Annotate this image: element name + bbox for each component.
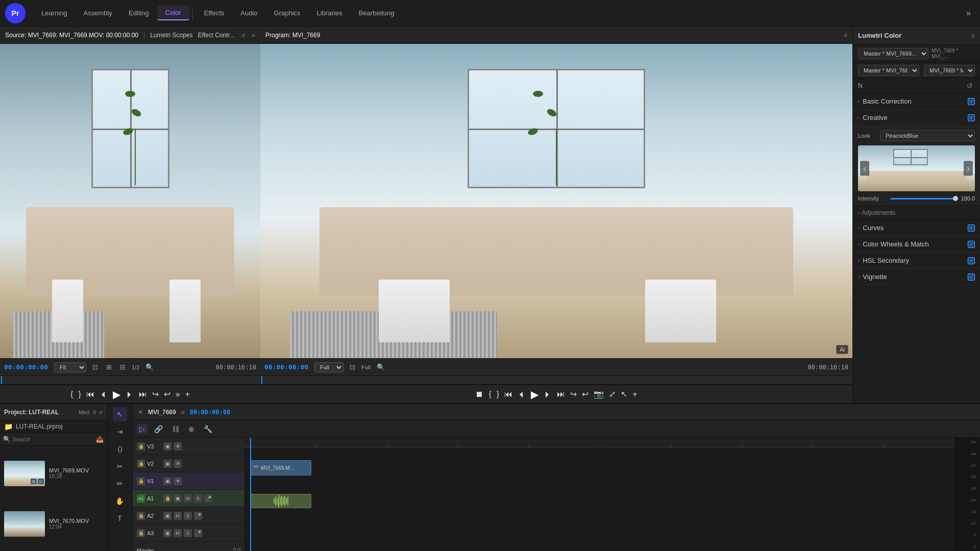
source-play-button[interactable]: ▶: [113, 388, 120, 400]
a1-lock-icon[interactable]: 🔒: [163, 494, 172, 503]
type-tool[interactable]: T: [113, 511, 127, 525]
project-prproj-item[interactable]: 📁 LUT-REAL.prproj: [0, 420, 107, 433]
look-dropdown[interactable]: PeacockBlue: [880, 130, 975, 141]
vignette-checkbox[interactable]: [968, 273, 975, 281]
source-playhead[interactable]: [1, 376, 2, 384]
creative-checkbox[interactable]: [968, 114, 975, 121]
source-go-to-in-button[interactable]: ⏮: [86, 390, 94, 399]
timeline-menu-icon[interactable]: ≡: [181, 409, 185, 416]
color-wheels-section[interactable]: › Color Wheels & Match: [853, 236, 980, 253]
basic-correction-checkbox[interactable]: [968, 98, 975, 105]
program-overwrite-button[interactable]: ↩: [582, 389, 589, 399]
timeline-link-button[interactable]: ⛓: [169, 424, 182, 434]
source-mark-in-button[interactable]: {: [70, 390, 73, 399]
program-timeline-strip[interactable]: [260, 375, 852, 385]
color-wheels-checkbox[interactable]: [968, 241, 975, 248]
timeline-close-icon[interactable]: ✕: [138, 409, 143, 416]
nav-item-audio[interactable]: Audio: [232, 6, 265, 20]
a2-solo-icon[interactable]: S: [184, 512, 192, 520]
nav-item-editing[interactable]: Editing: [120, 6, 157, 20]
source-panel-menu-icon[interactable]: ≡: [241, 32, 245, 39]
program-mark-out-button[interactable]: }: [497, 390, 499, 399]
track-select-tool[interactable]: ⇥: [113, 424, 127, 439]
source-zoom-icon[interactable]: 🔍: [143, 362, 156, 372]
v3-patch-icon[interactable]: ▣: [163, 442, 172, 450]
fx-reset-button[interactable]: ↺: [965, 81, 975, 91]
program-playhead[interactable]: [261, 376, 262, 384]
source-grid-icon[interactable]: ⊞: [104, 362, 114, 372]
creative-preview-next-button[interactable]: ›: [964, 161, 973, 176]
ripple-edit-tool[interactable]: ⟨⟩: [113, 442, 127, 456]
a2-mic-icon[interactable]: 🎤: [194, 512, 202, 520]
v2-lock-icon[interactable]: 🔒: [137, 460, 145, 468]
curves-checkbox[interactable]: [968, 224, 975, 232]
program-add-button[interactable]: +: [632, 390, 637, 399]
program-step-fwd-button[interactable]: ⏵: [544, 390, 552, 399]
pen-tool[interactable]: ✏: [113, 477, 127, 491]
a3-mic-icon[interactable]: 🎤: [194, 529, 202, 537]
v2-eye-icon[interactable]: 👁: [174, 460, 182, 468]
program-insert-button[interactable]: ↪: [570, 389, 577, 399]
nav-item-assembly[interactable]: Assembly: [76, 6, 120, 20]
source-add-marker-button[interactable]: +: [185, 390, 190, 399]
intensity-slider-thumb[interactable]: [953, 196, 958, 201]
program-resize-icon[interactable]: ⤢: [609, 389, 616, 399]
hand-tool[interactable]: ✋: [113, 494, 127, 508]
program-timecode[interactable]: 00:00:00:00: [264, 363, 310, 371]
nav-item-graphics[interactable]: Graphics: [266, 6, 309, 20]
timeline-razor-button[interactable]: ⊕: [186, 424, 197, 434]
source-mark-out-button[interactable]: }: [78, 390, 81, 399]
program-safe-margins-icon[interactable]: ⊡: [348, 362, 357, 372]
razor-tool[interactable]: ✂: [113, 459, 127, 473]
nav-item-libraries[interactable]: Libraries: [309, 6, 351, 20]
a3-mute-icon[interactable]: M: [174, 529, 182, 537]
v3-lock-icon[interactable]: 🔒: [137, 442, 145, 450]
nav-item-bearbeitung[interactable]: Bearbeitung: [350, 6, 402, 20]
program-zoom-icon[interactable]: 🔍: [375, 362, 387, 372]
project-expand-icon[interactable]: »: [99, 409, 103, 416]
v1-eye-icon[interactable]: 👁: [174, 477, 182, 485]
a2-patch-icon[interactable]: ▣: [163, 512, 172, 520]
a1-patch-icon[interactable]: ▣: [174, 494, 182, 503]
a1-solo-icon[interactable]: S: [194, 494, 202, 503]
a2-mute-icon[interactable]: M: [174, 512, 182, 520]
a1-mic-icon[interactable]: 🎤: [204, 494, 212, 503]
lumetri-master-dropdown[interactable]: Master * MVI_7669...: [858, 65, 919, 76]
timeline-wrench-button[interactable]: 🔧: [201, 424, 215, 434]
project-clip-item-2[interactable]: MVI_7670.MOV 12:04: [2, 498, 105, 549]
timeline-ruler[interactable]: [245, 438, 954, 448]
a3-solo-icon[interactable]: S: [184, 529, 192, 537]
v2-patch-icon[interactable]: ▣: [163, 460, 172, 468]
source-more-button[interactable]: »: [176, 390, 180, 399]
source-step-back-button[interactable]: ⏴: [100, 390, 108, 399]
timeline-snap-button[interactable]: 🔗: [152, 424, 165, 434]
nav-item-color[interactable]: Color: [157, 6, 189, 20]
v1-lock-icon[interactable]: 🔒: [137, 477, 145, 485]
effect-controls-tab[interactable]: Effect Contr...: [198, 32, 235, 39]
intensity-slider[interactable]: [890, 198, 955, 199]
program-monitor-tab[interactable]: Program: MVI_7669: [265, 32, 320, 39]
source-safe-margins-icon[interactable]: ⊡: [90, 362, 100, 372]
creative-section-header[interactable]: › Creative: [853, 110, 980, 126]
curves-section[interactable]: › Curves: [853, 220, 980, 236]
program-go-to-in-button[interactable]: ⏮: [504, 390, 512, 399]
source-go-to-out-button[interactable]: ⏭: [139, 390, 147, 399]
selection-tool[interactable]: ↖: [113, 407, 127, 421]
a3-lock-icon[interactable]: 🔒: [137, 529, 145, 537]
lumetri-clip2-dropdown[interactable]: MVI_7669 * MVI_...: [924, 65, 975, 76]
program-stop-button[interactable]: ⏹: [475, 390, 483, 399]
a1-sync-icon[interactable]: A1: [137, 494, 145, 503]
program-go-to-out-button[interactable]: ⏭: [557, 390, 565, 399]
source-timeline-strip[interactable]: [0, 375, 260, 385]
timeline-timecode[interactable]: 00:00:00:00: [190, 409, 230, 416]
timeline-add-marker-button[interactable]: ▷: [137, 424, 148, 434]
program-fit-dropdown[interactable]: FullFit50%: [314, 362, 344, 372]
lumetri-clip-dropdown[interactable]: Master * MVI_7669...: [858, 48, 928, 59]
program-panel-menu-icon[interactable]: ≡: [844, 32, 847, 39]
lumetri-menu-icon[interactable]: ≡: [971, 32, 975, 39]
basic-correction-section[interactable]: › Basic Correction: [853, 93, 980, 110]
source-panel-expand-icon[interactable]: »: [252, 32, 255, 39]
program-play-button[interactable]: ▶: [531, 388, 538, 400]
vignette-section[interactable]: › Vignette: [853, 269, 980, 285]
source-fit-dropdown[interactable]: Fit25%50%100%: [54, 362, 86, 372]
